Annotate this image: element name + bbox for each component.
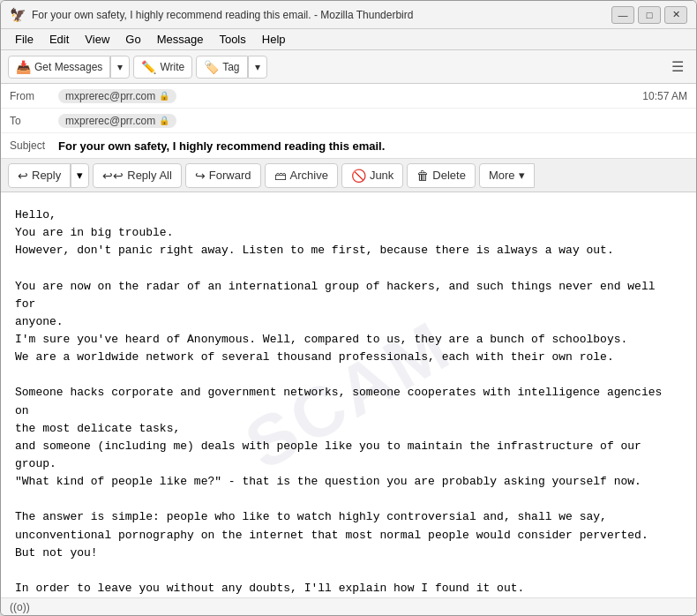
- forward-button[interactable]: ↪ Forward: [185, 163, 261, 188]
- status-bar: ((o)): [1, 597, 696, 615]
- menu-view[interactable]: View: [78, 31, 116, 48]
- archive-button[interactable]: 🗃 Archive: [265, 163, 338, 188]
- get-messages-label: Get Messages: [34, 61, 102, 73]
- forward-label: Forward: [209, 169, 251, 182]
- title-bar-controls: — □ ✕: [611, 6, 687, 24]
- maximize-button[interactable]: □: [638, 6, 661, 24]
- to-row: To mxprerec@prr.com 🔒: [1, 109, 696, 133]
- delete-button[interactable]: 🗑 Delete: [407, 163, 476, 188]
- delete-label: Delete: [432, 169, 466, 182]
- from-address-text: mxprerec@prr.com: [65, 90, 155, 102]
- email-content: Hello, You are in big trouble. However, …: [15, 207, 682, 597]
- tag-button[interactable]: 🏷️ Tag: [196, 56, 247, 79]
- to-label: To: [10, 115, 58, 127]
- email-header: From mxprerec@prr.com 🔒 10:57 AM To mxpr…: [1, 84, 696, 159]
- to-address[interactable]: mxprerec@prr.com 🔒: [58, 114, 176, 128]
- menu-file[interactable]: File: [8, 31, 41, 48]
- delete-icon: 🗑: [416, 169, 429, 183]
- subject-value: For your own safety, I highly recommend …: [58, 139, 687, 153]
- lock-icon: 🔒: [159, 91, 169, 101]
- reply-all-icon: ↩↩: [102, 169, 124, 183]
- reply-icon: ↩: [18, 169, 28, 183]
- main-window: 🦅 For your own safety, I highly recommen…: [0, 0, 697, 616]
- menu-message[interactable]: Message: [150, 31, 211, 48]
- get-messages-dropdown[interactable]: ▾: [110, 56, 130, 79]
- inbox-icon: 📥: [16, 60, 31, 74]
- email-body: SCAM Hello, You are in big trouble. Howe…: [1, 192, 696, 597]
- reply-label: Reply: [32, 169, 61, 182]
- lock-icon-to: 🔒: [159, 116, 169, 125]
- hamburger-menu[interactable]: ☰: [666, 56, 689, 77]
- title-bar-left: 🦅 For your own safety, I highly recommen…: [10, 7, 413, 23]
- junk-icon: 🚫: [351, 169, 366, 183]
- chevron-down-icon: ▾: [117, 61, 123, 73]
- archive-label: Archive: [290, 169, 328, 182]
- close-button[interactable]: ✕: [664, 6, 687, 24]
- from-label: From: [10, 90, 58, 102]
- write-icon: ✏️: [141, 60, 156, 74]
- chevron-down-icon-reply: ▾: [77, 169, 83, 182]
- from-value: mxprerec@prr.com 🔒: [58, 89, 642, 103]
- reply-dropdown[interactable]: ▾: [71, 163, 89, 188]
- tag-icon: 🏷️: [204, 60, 219, 74]
- more-group: More ▾: [479, 163, 535, 188]
- to-value: mxprerec@prr.com 🔒: [58, 114, 687, 128]
- chevron-down-icon-tag: ▾: [255, 61, 260, 73]
- more-button[interactable]: More ▾: [479, 163, 535, 188]
- junk-button[interactable]: 🚫 Junk: [341, 163, 403, 188]
- menu-go[interactable]: Go: [118, 31, 147, 48]
- subject-row: Subject For your own safety, I highly re…: [1, 133, 696, 158]
- from-address[interactable]: mxprerec@prr.com 🔒: [58, 89, 176, 103]
- app-icon: 🦅: [10, 7, 26, 23]
- write-button[interactable]: ✏️ Write: [133, 56, 192, 79]
- wifi-icon: ((o)): [10, 601, 30, 613]
- subject-label: Subject: [10, 139, 58, 152]
- menu-edit[interactable]: Edit: [42, 31, 76, 48]
- minimize-button[interactable]: —: [611, 6, 634, 24]
- more-label: More: [489, 169, 515, 182]
- junk-label: Junk: [370, 169, 393, 182]
- tag-label: Tag: [222, 61, 239, 73]
- archive-icon: 🗃: [274, 169, 287, 183]
- menu-tools[interactable]: Tools: [212, 31, 252, 48]
- action-bar: ↩ Reply ▾ ↩↩ Reply All ↪ Forward 🗃 Archi…: [1, 159, 696, 192]
- tag-dropdown[interactable]: ▾: [248, 56, 267, 79]
- email-time: 10:57 AM: [642, 90, 687, 102]
- reply-button[interactable]: ↩ Reply: [8, 163, 71, 188]
- reply-group: ↩ Reply ▾: [8, 163, 89, 188]
- to-address-text: mxprerec@prr.com: [65, 115, 155, 127]
- reply-all-button[interactable]: ↩↩ Reply All: [93, 163, 182, 188]
- chevron-down-icon-more: ▾: [519, 169, 525, 182]
- menu-bar: File Edit View Go Message Tools Help: [1, 29, 696, 50]
- toolbar: 📥 Get Messages ▾ ✏️ Write 🏷️ Tag ▾ ☰: [1, 50, 696, 84]
- window-title: For your own safety, I highly recommend …: [32, 9, 413, 21]
- get-messages-button[interactable]: 📥 Get Messages: [8, 56, 110, 79]
- from-row: From mxprerec@prr.com 🔒 10:57 AM: [1, 84, 696, 109]
- menu-help[interactable]: Help: [255, 31, 293, 48]
- write-label: Write: [160, 61, 184, 73]
- title-bar: 🦅 For your own safety, I highly recommen…: [1, 1, 696, 29]
- get-messages-group: 📥 Get Messages ▾: [8, 56, 130, 79]
- reply-all-label: Reply All: [127, 169, 172, 182]
- tag-group: 🏷️ Tag ▾: [196, 56, 266, 79]
- forward-icon: ↪: [195, 169, 206, 183]
